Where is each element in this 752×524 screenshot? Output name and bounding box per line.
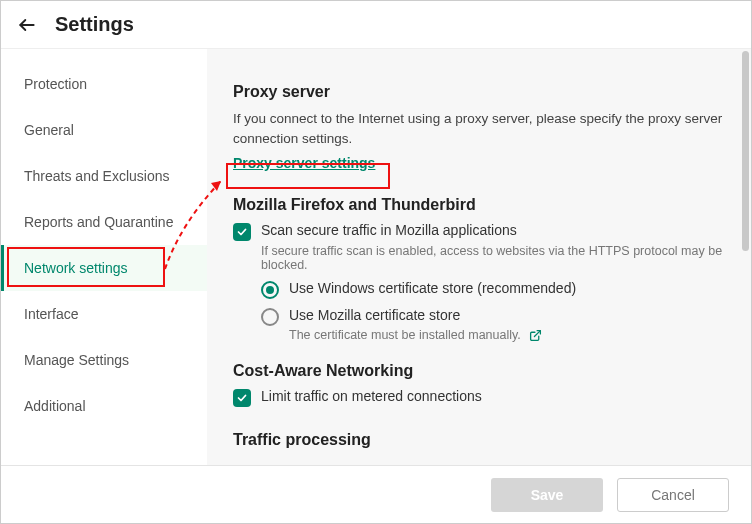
content-area: Proxy server If you connect to the Inter… <box>207 49 751 465</box>
limit-traffic-checkbox[interactable] <box>233 389 251 407</box>
svg-line-1 <box>534 330 540 336</box>
cancel-button[interactable]: Cancel <box>617 478 729 512</box>
scan-secure-label: Scan secure traffic in Mozilla applicati… <box>261 222 517 238</box>
sidebar-item-additional[interactable]: Additional <box>1 383 207 429</box>
footer: Save Cancel <box>1 465 751 523</box>
sidebar-item-network[interactable]: Network settings <box>1 245 207 291</box>
radio-windows-store[interactable] <box>261 281 279 299</box>
radio-mozilla-label: Use Mozilla certificate store <box>289 307 460 323</box>
scan-secure-hint: If secure traffic scan is enabled, acces… <box>261 244 725 272</box>
sidebar: Protection General Threats and Exclusion… <box>1 49 207 465</box>
sidebar-item-reports[interactable]: Reports and Quarantine <box>1 199 207 245</box>
proxy-settings-link[interactable]: Proxy server settings <box>233 155 375 171</box>
radio-mozilla-hint: The certificate must be installed manual… <box>289 328 521 342</box>
sidebar-item-interface[interactable]: Interface <box>1 291 207 337</box>
limit-traffic-label: Limit traffic on metered connections <box>261 388 482 404</box>
scrollbar[interactable] <box>742 51 749 251</box>
traffic-section-title: Traffic processing <box>233 431 725 449</box>
proxy-section-desc: If you connect to the Internet using a p… <box>233 109 725 148</box>
sidebar-item-threats[interactable]: Threats and Exclusions <box>1 153 207 199</box>
radio-windows-label: Use Windows certificate store (recommend… <box>289 280 576 296</box>
cost-section-title: Cost-Aware Networking <box>233 362 725 380</box>
mozilla-section-title: Mozilla Firefox and Thunderbird <box>233 196 725 214</box>
sidebar-item-general[interactable]: General <box>1 107 207 153</box>
sidebar-item-manage[interactable]: Manage Settings <box>1 337 207 383</box>
sidebar-item-protection[interactable]: Protection <box>1 61 207 107</box>
scan-secure-checkbox[interactable] <box>233 223 251 241</box>
back-arrow-icon[interactable] <box>17 15 37 35</box>
save-button[interactable]: Save <box>491 478 603 512</box>
proxy-section-title: Proxy server <box>233 83 725 101</box>
external-link-icon[interactable] <box>529 329 542 342</box>
radio-mozilla-store[interactable] <box>261 308 279 326</box>
page-title: Settings <box>55 13 134 36</box>
